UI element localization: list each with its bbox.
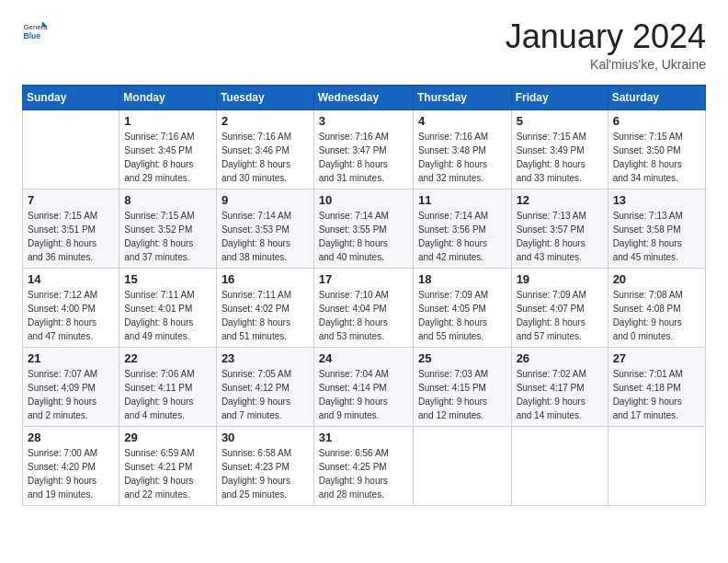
weekday-header-sunday: Sunday: [23, 85, 119, 109]
day-number: 3: [319, 114, 408, 128]
day-cell: 18 Sunrise: 7:09 AMSunset: 4:05 PMDaylig…: [413, 268, 511, 347]
day-cell: 19 Sunrise: 7:09 AMSunset: 4:07 PMDaylig…: [511, 268, 608, 347]
day-cell: 3 Sunrise: 7:16 AMSunset: 3:47 PMDayligh…: [313, 109, 413, 189]
day-cell: 23 Sunrise: 7:05 AMSunset: 4:12 PMDaylig…: [216, 347, 313, 426]
day-info: Sunrise: 7:04 AMSunset: 4:14 PMDaylight:…: [319, 367, 408, 422]
day-number: 23: [222, 351, 309, 365]
day-cell: 15 Sunrise: 7:11 AMSunset: 4:01 PMDaylig…: [119, 268, 217, 347]
day-cell: 1 Sunrise: 7:16 AMSunset: 3:45 PMDayligh…: [119, 109, 217, 189]
day-cell: 24 Sunrise: 7:04 AMSunset: 4:14 PMDaylig…: [313, 347, 413, 426]
day-info: Sunrise: 7:09 AMSunset: 4:05 PMDaylight:…: [418, 288, 506, 343]
week-row-2: 7 Sunrise: 7:15 AMSunset: 3:51 PMDayligh…: [23, 189, 706, 268]
weekday-header-row: SundayMondayTuesdayWednesdayThursdayFrid…: [23, 85, 706, 109]
weekday-header-friday: Friday: [511, 85, 608, 109]
day-info: Sunrise: 7:15 AMSunset: 3:51 PMDaylight:…: [28, 209, 114, 264]
calendar-table: SundayMondayTuesdayWednesdayThursdayFrid…: [22, 85, 706, 506]
location-subtitle: Kal'mius'ke, Ukraine: [506, 57, 706, 72]
title-block: January 2024 Kal'mius'ke, Ukraine: [506, 18, 706, 72]
day-cell: 4 Sunrise: 7:16 AMSunset: 3:48 PMDayligh…: [413, 109, 511, 189]
logo-icon: General Blue: [22, 18, 48, 44]
day-cell: [608, 426, 705, 505]
day-number: 15: [124, 272, 211, 286]
day-number: 12: [517, 193, 603, 207]
day-cell: 30 Sunrise: 6:58 AMSunset: 4:23 PMDaylig…: [216, 426, 313, 505]
svg-text:Blue: Blue: [24, 31, 41, 40]
day-number: 21: [28, 351, 114, 365]
day-number: 8: [124, 193, 211, 207]
day-info: Sunrise: 7:13 AMSunset: 3:57 PMDaylight:…: [517, 209, 603, 264]
day-number: 18: [418, 272, 506, 286]
day-info: Sunrise: 7:16 AMSunset: 3:45 PMDaylight:…: [124, 130, 211, 185]
day-number: 22: [124, 351, 211, 365]
day-info: Sunrise: 6:56 AMSunset: 4:25 PMDaylight:…: [319, 446, 408, 501]
week-row-4: 21 Sunrise: 7:07 AMSunset: 4:09 PMDaylig…: [23, 347, 706, 426]
day-info: Sunrise: 7:16 AMSunset: 3:46 PMDaylight:…: [222, 130, 309, 185]
day-number: 7: [28, 193, 114, 207]
day-cell: 21 Sunrise: 7:07 AMSunset: 4:09 PMDaylig…: [23, 347, 119, 426]
day-number: 11: [418, 193, 506, 207]
day-number: 30: [222, 431, 309, 444]
day-number: 24: [319, 351, 408, 365]
week-row-1: 1 Sunrise: 7:16 AMSunset: 3:45 PMDayligh…: [23, 109, 706, 189]
day-info: Sunrise: 7:02 AMSunset: 4:17 PMDaylight:…: [517, 367, 603, 422]
day-info: Sunrise: 7:12 AMSunset: 4:00 PMDaylight:…: [28, 288, 114, 343]
weekday-header-saturday: Saturday: [608, 85, 705, 109]
day-number: 9: [222, 193, 309, 207]
day-info: Sunrise: 7:10 AMSunset: 4:04 PMDaylight:…: [319, 288, 408, 343]
day-cell: [413, 426, 511, 505]
day-info: Sunrise: 7:15 AMSunset: 3:52 PMDaylight:…: [124, 209, 211, 264]
day-info: Sunrise: 7:15 AMSunset: 3:50 PMDaylight:…: [613, 130, 700, 185]
day-info: Sunrise: 7:16 AMSunset: 3:48 PMDaylight:…: [418, 130, 506, 185]
day-cell: 28 Sunrise: 7:00 AMSunset: 4:20 PMDaylig…: [23, 426, 119, 505]
day-number: 5: [517, 114, 603, 128]
day-info: Sunrise: 7:14 AMSunset: 3:53 PMDaylight:…: [222, 209, 309, 264]
logo: General Blue: [22, 18, 48, 44]
day-cell: 13 Sunrise: 7:13 AMSunset: 3:58 PMDaylig…: [608, 189, 705, 268]
day-cell: 26 Sunrise: 7:02 AMSunset: 4:17 PMDaylig…: [511, 347, 608, 426]
day-cell: 29 Sunrise: 6:59 AMSunset: 4:21 PMDaylig…: [119, 426, 217, 505]
day-info: Sunrise: 7:11 AMSunset: 4:02 PMDaylight:…: [222, 288, 309, 343]
day-info: Sunrise: 7:01 AMSunset: 4:18 PMDaylight:…: [613, 367, 700, 422]
day-number: 31: [319, 431, 408, 444]
day-cell: 8 Sunrise: 7:15 AMSunset: 3:52 PMDayligh…: [119, 189, 217, 268]
week-row-3: 14 Sunrise: 7:12 AMSunset: 4:00 PMDaylig…: [23, 268, 706, 347]
weekday-header-thursday: Thursday: [413, 85, 511, 109]
day-info: Sunrise: 7:08 AMSunset: 4:08 PMDaylight:…: [613, 288, 700, 343]
day-cell: 22 Sunrise: 7:06 AMSunset: 4:11 PMDaylig…: [119, 347, 217, 426]
day-cell: 5 Sunrise: 7:15 AMSunset: 3:49 PMDayligh…: [511, 109, 608, 189]
day-info: Sunrise: 7:00 AMSunset: 4:20 PMDaylight:…: [28, 446, 114, 501]
day-info: Sunrise: 7:05 AMSunset: 4:12 PMDaylight:…: [222, 367, 309, 422]
day-cell: 16 Sunrise: 7:11 AMSunset: 4:02 PMDaylig…: [216, 268, 313, 347]
day-info: Sunrise: 7:09 AMSunset: 4:07 PMDaylight:…: [517, 288, 603, 343]
day-number: 25: [418, 351, 506, 365]
day-cell: 20 Sunrise: 7:08 AMSunset: 4:08 PMDaylig…: [608, 268, 705, 347]
day-number: 19: [517, 272, 603, 286]
day-number: 1: [124, 114, 211, 128]
day-info: Sunrise: 7:15 AMSunset: 3:49 PMDaylight:…: [517, 130, 603, 185]
day-cell: 7 Sunrise: 7:15 AMSunset: 3:51 PMDayligh…: [23, 189, 119, 268]
day-info: Sunrise: 7:16 AMSunset: 3:47 PMDaylight:…: [319, 130, 408, 185]
day-number: 10: [319, 193, 408, 207]
day-info: Sunrise: 7:13 AMSunset: 3:58 PMDaylight:…: [613, 209, 700, 264]
day-cell: 2 Sunrise: 7:16 AMSunset: 3:46 PMDayligh…: [216, 109, 313, 189]
day-info: Sunrise: 7:11 AMSunset: 4:01 PMDaylight:…: [124, 288, 211, 343]
day-info: Sunrise: 7:14 AMSunset: 3:55 PMDaylight:…: [319, 209, 408, 264]
day-number: 16: [222, 272, 309, 286]
month-title: January 2024: [506, 18, 706, 55]
day-cell: 14 Sunrise: 7:12 AMSunset: 4:00 PMDaylig…: [23, 268, 119, 347]
day-number: 14: [28, 272, 114, 286]
day-cell: [511, 426, 608, 505]
weekday-header-wednesday: Wednesday: [313, 85, 413, 109]
day-cell: 6 Sunrise: 7:15 AMSunset: 3:50 PMDayligh…: [608, 109, 705, 189]
weekday-header-monday: Monday: [119, 85, 217, 109]
week-row-5: 28 Sunrise: 7:00 AMSunset: 4:20 PMDaylig…: [23, 426, 706, 505]
day-cell: 31 Sunrise: 6:56 AMSunset: 4:25 PMDaylig…: [313, 426, 413, 505]
day-cell: 12 Sunrise: 7:13 AMSunset: 3:57 PMDaylig…: [511, 189, 608, 268]
day-number: 17: [319, 272, 408, 286]
day-cell: [23, 109, 119, 189]
day-number: 29: [124, 431, 211, 444]
day-cell: 25 Sunrise: 7:03 AMSunset: 4:15 PMDaylig…: [413, 347, 511, 426]
day-info: Sunrise: 7:14 AMSunset: 3:56 PMDaylight:…: [418, 209, 506, 264]
day-info: Sunrise: 6:58 AMSunset: 4:23 PMDaylight:…: [222, 446, 309, 501]
day-number: 6: [613, 114, 700, 128]
